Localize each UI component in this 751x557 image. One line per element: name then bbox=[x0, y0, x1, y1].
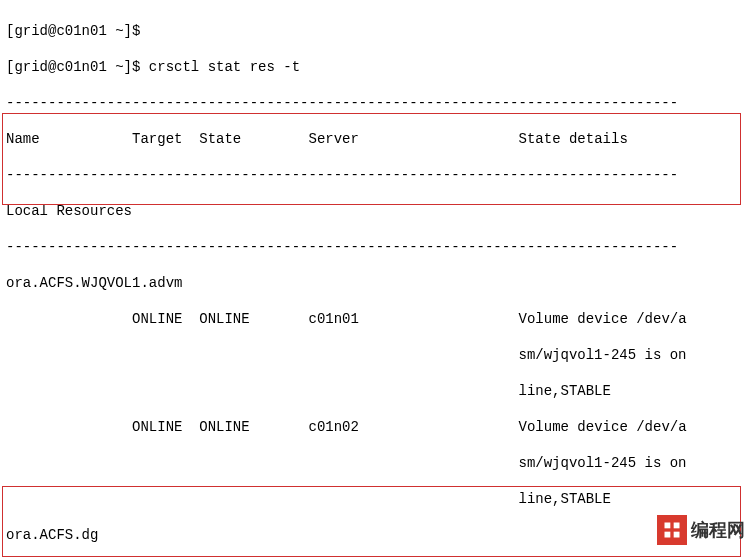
res-name: ora.ACFS.WJQVOL1.advm bbox=[6, 275, 182, 291]
res-row-cont: line,STABLE bbox=[6, 383, 611, 399]
svg-rect-3 bbox=[674, 532, 680, 538]
sep-2: ----------------------------------------… bbox=[6, 167, 678, 183]
prompt-line-2: [grid@c01n01 ~]$ crsctl stat res -t bbox=[6, 59, 300, 75]
svg-rect-0 bbox=[665, 523, 671, 529]
res-row-cont: line,STABLE bbox=[6, 491, 611, 507]
logo-text: 编程网 bbox=[691, 521, 745, 539]
svg-rect-2 bbox=[665, 532, 671, 538]
logo-icon bbox=[657, 515, 687, 545]
res-row-cont: sm/wjqvol1-245 is on bbox=[6, 455, 687, 471]
res-row: ONLINE ONLINE c01n01 Volume device /dev/… bbox=[6, 311, 687, 327]
svg-rect-1 bbox=[674, 523, 680, 529]
prompt-line-1: [grid@c01n01 ~]$ bbox=[6, 23, 140, 39]
res-row-cont: sm/wjqvol1-245 is on bbox=[6, 347, 687, 363]
site-logo: 编程网 bbox=[657, 515, 745, 545]
sep-3: ----------------------------------------… bbox=[6, 239, 678, 255]
local-resources: Local Resources bbox=[6, 203, 132, 219]
header-line: Name Target State Server State details bbox=[6, 131, 628, 147]
terminal[interactable]: [grid@c01n01 ~]$ [grid@c01n01 ~]$ crsctl… bbox=[0, 0, 751, 557]
res-row: ONLINE ONLINE c01n02 Volume device /dev/… bbox=[6, 419, 687, 435]
res-name: ora.ACFS.dg bbox=[6, 527, 98, 543]
sep-1: ----------------------------------------… bbox=[6, 95, 678, 111]
